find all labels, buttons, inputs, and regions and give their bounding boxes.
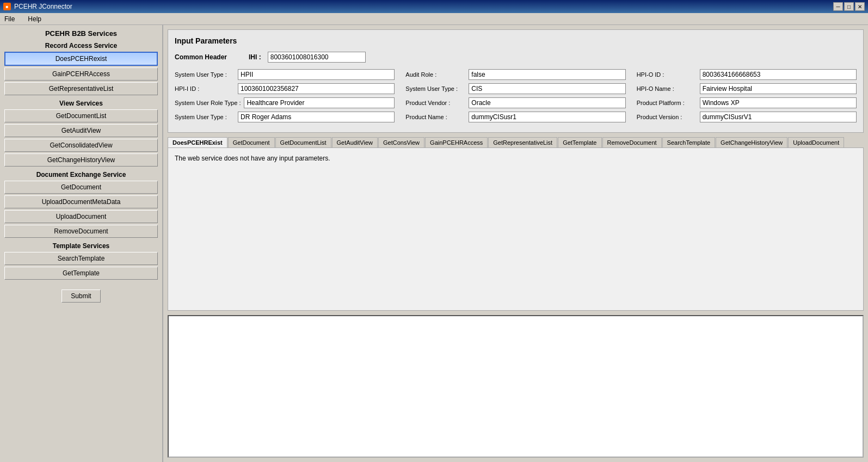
tab-getconsview[interactable]: GetConsView	[378, 137, 424, 147]
panel-title: Input Parameters	[175, 36, 857, 45]
window-title: PCEHR JConnector	[14, 3, 72, 10]
tab-getdocumentlist[interactable]: GetDocumentList	[275, 137, 331, 147]
sidebar-btn-gainpcehraccess[interactable]: GainPCEHRAccess	[4, 67, 158, 81]
sidebar-main-title: PCEHR B2B Services	[4, 29, 158, 38]
audit-role-label: Audit Role :	[405, 71, 465, 78]
menu-help[interactable]: Help	[26, 14, 44, 24]
hpio-name-input[interactable]	[700, 83, 857, 94]
sidebar-btn-uploaddocument[interactable]: UploadDocument	[4, 210, 158, 223]
menu-file[interactable]: File	[2, 14, 17, 24]
hpio-id-row: HPI-O ID :	[637, 69, 857, 80]
form-col-2: Audit Role : System User Type : Product …	[405, 69, 625, 126]
form-grid: System User Type : HPI-I ID : System Use…	[175, 69, 857, 126]
system-user-role-input[interactable]	[244, 97, 395, 108]
tab-uploaddocument[interactable]: UploadDocument	[788, 137, 844, 147]
product-platform-label: Product Platform :	[637, 100, 697, 106]
sidebar-section-view-services: View Services	[4, 100, 158, 107]
tab-gettemplate[interactable]: GetTemplate	[558, 137, 601, 147]
hpii-id-input[interactable]	[238, 83, 395, 94]
sidebar-btn-getchangehistoryview[interactable]: GetChangeHistoryView	[4, 153, 158, 167]
ihi-input[interactable]	[268, 52, 366, 63]
title-bar: ■ PCEHR JConnector ─ □ ✕	[0, 0, 868, 13]
window-controls: ─ □ ✕	[833, 2, 865, 11]
tabs-area: DoesPCEHRExist GetDocument GetDocumentLi…	[168, 137, 864, 311]
tab-doespcehrexist[interactable]: DoesPCEHRExist	[168, 137, 227, 147]
product-name-input[interactable]	[469, 112, 625, 122]
product-vendor-input[interactable]	[469, 97, 625, 108]
ihi-row: IHI :	[249, 52, 366, 63]
tabs-header: DoesPCEHRExist GetDocument GetDocumentLi…	[168, 137, 864, 147]
system-user-type3-input[interactable]	[238, 112, 395, 122]
tab-getauditview[interactable]: GetAuditView	[332, 137, 378, 147]
hpio-name-row: HPI-O Name :	[637, 83, 857, 94]
minimize-button[interactable]: ─	[833, 2, 843, 11]
hpii-id-label: HPI-I ID :	[175, 85, 235, 92]
menu-bar: File Help	[0, 13, 868, 25]
system-user-type-input[interactable]	[238, 69, 395, 80]
close-button[interactable]: ✕	[855, 2, 865, 11]
sidebar-btn-gettemplate[interactable]: GetTemplate	[4, 267, 158, 280]
tab-getchangehistoryview[interactable]: GetChangeHistoryView	[716, 137, 787, 147]
sidebar-btn-getconsolidatedview[interactable]: GetConsolidatedView	[4, 139, 158, 152]
submit-container: Submit	[4, 284, 158, 304]
product-platform-row: Product Platform :	[637, 97, 857, 108]
system-user-type2-input[interactable]	[469, 83, 625, 94]
system-user-type2-label: System User Type :	[405, 85, 465, 92]
product-version-input[interactable]	[700, 112, 857, 122]
tab-gainpcehraccess[interactable]: GainPCEHRAccess	[425, 137, 488, 147]
audit-role-input[interactable]	[469, 69, 625, 80]
sidebar-section-document-exchange: Document Exchange Service	[4, 171, 158, 178]
form-col-3: HPI-O ID : HPI-O Name : Product Platform…	[637, 69, 857, 126]
hpii-id-row: HPI-I ID :	[175, 83, 395, 94]
sidebar-section-record-access: Record Access Service	[4, 42, 158, 50]
tab-removedocument[interactable]: RemoveDocument	[602, 137, 662, 147]
system-user-role-label: System User Role Type :	[175, 100, 241, 106]
sidebar-btn-getdocument[interactable]: GetDocument	[4, 181, 158, 194]
system-user-type3-label: System User Type :	[175, 114, 235, 120]
input-params-panel: Input Parameters Common Header IHI : Sys…	[168, 29, 864, 133]
product-version-label: Product Version :	[637, 114, 697, 120]
system-user-role-row: System User Role Type :	[175, 97, 395, 108]
product-name-row: Product Name :	[405, 112, 625, 122]
content-area: Input Parameters Common Header IHI : Sys…	[163, 25, 868, 462]
tab-message: The web service does not have any input …	[175, 155, 857, 162]
sidebar-btn-removedocument[interactable]: RemoveDocument	[4, 225, 158, 238]
product-version-row: Product Version :	[637, 112, 857, 122]
maximize-button[interactable]: □	[844, 2, 854, 11]
submit-button[interactable]: Submit	[61, 289, 100, 303]
audit-role-row: Audit Role :	[405, 69, 625, 80]
sidebar-btn-doespcehrexist[interactable]: DoesPCEHRexist	[4, 52, 158, 66]
tab-content: The web service does not have any input …	[168, 147, 864, 311]
sidebar-btn-getauditview[interactable]: GetAuditView	[4, 124, 158, 137]
hpio-name-label: HPI-O Name :	[637, 85, 697, 92]
tab-getrepresentativelist[interactable]: GetRepresentativeList	[488, 137, 557, 147]
system-user-type-row: System User Type :	[175, 69, 395, 80]
tab-searchtemplate[interactable]: SearchTemplate	[662, 137, 716, 147]
hpio-id-input[interactable]	[700, 69, 857, 80]
sidebar-btn-getrepresentativelist[interactable]: GetRepresentativeList	[4, 82, 158, 95]
hpio-id-label: HPI-O ID :	[637, 71, 697, 78]
ihi-label: IHI :	[249, 53, 261, 61]
output-panel	[168, 315, 864, 458]
product-vendor-row: Product Vendor :	[405, 97, 625, 108]
main-container: PCEHR B2B Services Record Access Service…	[0, 25, 868, 462]
tab-getdocument[interactable]: GetDocument	[228, 137, 275, 147]
form-col-1: System User Type : HPI-I ID : System Use…	[175, 69, 395, 126]
product-vendor-label: Product Vendor :	[405, 100, 465, 106]
sidebar-btn-getdocumentlist[interactable]: GetDocumentList	[4, 109, 158, 122]
system-user-type3-row: System User Type :	[175, 112, 395, 122]
sidebar-section-template-services: Template Services	[4, 242, 158, 250]
app-icon: ■	[3, 3, 11, 10]
sidebar: PCEHR B2B Services Record Access Service…	[0, 25, 163, 462]
product-platform-input[interactable]	[700, 97, 857, 108]
sidebar-btn-searchtemplate[interactable]: SearchTemplate	[4, 252, 158, 265]
sidebar-btn-uploaddocumentmetadata[interactable]: UploadDocumentMetaData	[4, 195, 158, 208]
product-name-label: Product Name :	[405, 114, 465, 120]
common-header-label: Common Header	[175, 53, 227, 61]
system-user-type2-row: System User Type :	[405, 83, 625, 94]
system-user-type-label: System User Type :	[175, 71, 235, 78]
